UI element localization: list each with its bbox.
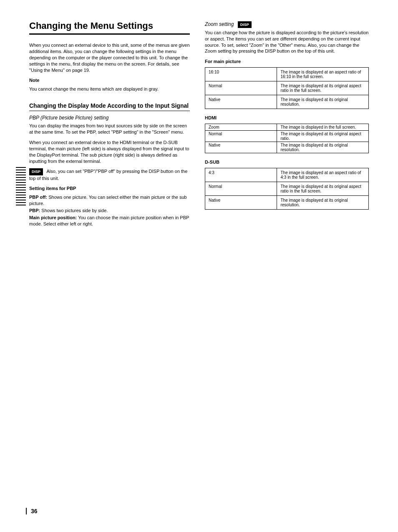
table-cell: Native (205, 142, 277, 153)
table-row: 16:10 The image is displayed at an aspec… (205, 68, 369, 81)
section-title: Changing the Menu Settings (29, 21, 190, 31)
pbp-subheading: PBP (Picture beside Picture) setting (29, 114, 190, 121)
table-row: 4:3 The image is displayed at an aspect … (205, 168, 369, 182)
table-cell: The image is displayed at its original r… (277, 95, 369, 109)
zoom-paragraph: You can change how the picture is displa… (205, 30, 369, 54)
pbp-on-text: Shows two pictures side by side. (41, 208, 108, 213)
table-cell: Normal (205, 130, 277, 142)
pbp-mainpos-label: Main picture position: (29, 215, 77, 220)
table-cell: 4:3 (205, 168, 277, 182)
table-row: Normal The image is displayed at its ori… (205, 81, 369, 95)
table-row: Native The image is displayed at its ori… (205, 95, 369, 109)
note-body: You cannot change the menu items which a… (29, 86, 190, 92)
zoom-table-dsub: 4:3 The image is displayed at an aspect … (205, 168, 369, 210)
table-row: Native The image is displayed at its ori… (205, 195, 369, 209)
pbp-mainpos-item: Main picture position: You can choose th… (29, 215, 190, 227)
subsection-rule (29, 111, 190, 111)
pbp-items-heading: Setting items for PBP (29, 185, 190, 192)
table-dsub-caption: D-SUB (205, 159, 369, 165)
table-cell: The image is displayed at an aspect rati… (277, 168, 369, 182)
table-cell: 16:10 (205, 68, 277, 81)
table-cell: Normal (205, 81, 277, 95)
pbp-off-item: PBP off: Shows one picture. You can sele… (29, 194, 190, 207)
subsection-heading: Changing the Display Mode According to t… (29, 102, 190, 109)
pbp-para-2: When you connect an external device to t… (29, 139, 190, 164)
zoom-subheading-text: Zoom setting (205, 21, 234, 27)
table-row: Normal The image is displayed at its ori… (205, 130, 369, 142)
zoom-table-hdmi: Zoom The image is displayed in the full … (205, 124, 369, 153)
table-cell: The image is displayed at its original a… (277, 182, 369, 195)
pbp-off-text: Shows one picture. You can select either… (29, 195, 187, 206)
pbp-para-1: You can display the images from two inpu… (29, 123, 190, 135)
pbp-disp-text: Also, you can set "PBP"/"PBP off" by pre… (29, 169, 187, 180)
table-cell: Native (205, 95, 277, 109)
decorative-side-bars (16, 167, 26, 205)
table-cell: The image is displayed at an aspect rati… (277, 68, 369, 81)
pbp-off-label: PBP off: (29, 195, 47, 200)
left-column: Changing the Menu Settings When you conn… (29, 21, 190, 515)
table-cell: Zoom (205, 124, 277, 130)
note-heading: Note (29, 77, 190, 84)
intro-paragraph: When you connect an external device to t… (29, 42, 190, 73)
pbp-on-item: PBP: Shows two pictures side by side. (29, 208, 190, 214)
table-main-caption: For main picture (205, 58, 369, 65)
table-cell: The image is displayed in the full scree… (277, 124, 369, 130)
table-cell: The image is displayed at its original a… (277, 130, 369, 142)
disp-icon: DISP (29, 168, 43, 175)
table-cell: The image is displayed at its original a… (277, 81, 369, 95)
pbp-on-label: PBP: (29, 208, 40, 213)
table-row: Native The image is displayed at its ori… (205, 142, 369, 153)
table-row: Normal The image is displayed at its ori… (205, 182, 369, 195)
right-column: Zoom setting DISP You can change how the… (205, 21, 369, 515)
pbp-disp-line: DISP Also, you can set "PBP"/"PBP off" b… (29, 168, 190, 181)
table-cell: Native (205, 195, 277, 209)
zoom-subheading: Zoom setting DISP (205, 21, 369, 28)
table-cell: The image is displayed at its original r… (277, 195, 369, 209)
table-hdmi-caption: HDMI (205, 115, 369, 121)
disp-icon: DISP (238, 21, 252, 28)
table-cell: The image is displayed at its original r… (277, 142, 369, 153)
table-cell: Normal (205, 182, 277, 195)
table-row: Zoom The image is displayed in the full … (205, 124, 369, 130)
title-rule (29, 33, 190, 35)
zoom-table-main: 16:10 The image is displayed at an aspec… (205, 67, 369, 109)
page-number: 36 (26, 508, 38, 514)
